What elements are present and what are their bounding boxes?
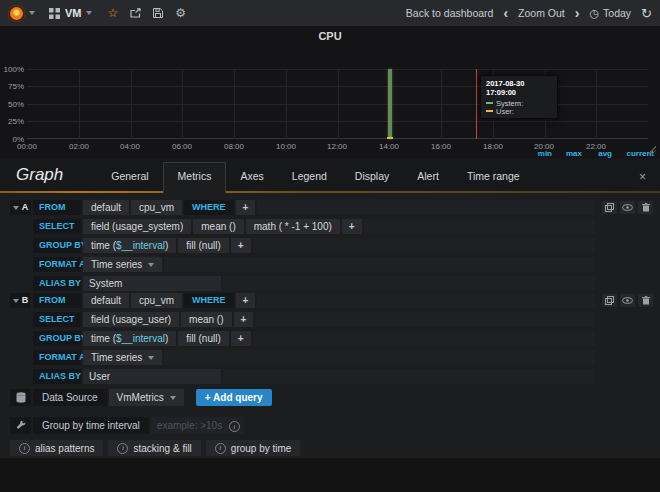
duplicate-query-icon[interactable] xyxy=(602,294,617,307)
select-label: SELECT xyxy=(33,312,81,327)
series-color-dash xyxy=(486,102,493,104)
select-field-part[interactable]: field (usage_system) xyxy=(83,219,191,234)
help-buttons-row: i alias patterns i stacking & fill i gro… xyxy=(10,440,300,456)
zoom-out-button[interactable]: Zoom Out xyxy=(518,7,565,19)
groupby-interval-field: i xyxy=(151,417,243,434)
select-mean-part[interactable]: mean () xyxy=(193,219,243,234)
query-b-collapse[interactable]: B xyxy=(10,293,31,308)
chevron-down-icon[interactable] xyxy=(86,11,92,15)
select-math-part[interactable]: math ( * -1 + 100) xyxy=(246,219,340,234)
time-shift-left-button[interactable]: ‹ xyxy=(503,8,508,18)
eye-icon[interactable] xyxy=(620,201,635,214)
row-filler xyxy=(223,369,595,384)
chevron-down-icon xyxy=(13,206,19,210)
query-a-collapse[interactable]: A xyxy=(10,200,31,215)
tab-legend[interactable]: Legend xyxy=(278,170,341,191)
tab-display[interactable]: Display xyxy=(341,170,403,191)
groupby-fill-part[interactable]: fill (null) xyxy=(178,238,228,253)
from-measurement-part[interactable]: cpu_vm xyxy=(131,293,182,308)
add-select-button[interactable]: + xyxy=(342,219,362,234)
star-icon[interactable]: ☆ xyxy=(108,6,119,20)
groupby-label: GROUP BY xyxy=(33,238,81,253)
eye-icon[interactable] xyxy=(620,294,635,307)
legend-col-max[interactable]: max xyxy=(552,149,582,158)
format-as-select[interactable]: Time series xyxy=(83,350,162,365)
add-where-button[interactable]: + xyxy=(236,293,256,308)
formatas-label: FORMAT AS xyxy=(33,350,81,365)
alias-by-input[interactable] xyxy=(83,369,221,384)
gutter-spacer xyxy=(10,257,31,272)
info-icon[interactable]: i xyxy=(229,421,240,432)
tab-general[interactable]: General xyxy=(97,170,162,191)
chevron-down-icon xyxy=(148,263,154,267)
add-select-button[interactable]: + xyxy=(234,312,254,327)
chevron-down-icon[interactable] xyxy=(29,11,35,15)
legend-col-min[interactable]: min xyxy=(506,149,552,158)
query-b: B FROM default cpu_vm WHERE + SELECT fie… xyxy=(10,293,595,384)
where-label: WHERE xyxy=(184,293,234,308)
gridline xyxy=(286,69,287,139)
time-picker-button[interactable]: ◷ Today xyxy=(589,7,631,20)
gear-icon[interactable]: ⚙ xyxy=(175,6,186,20)
trash-icon[interactable] xyxy=(638,201,653,214)
gridline xyxy=(182,69,183,139)
legend-col-avg[interactable]: avg xyxy=(582,149,612,158)
from-label: FROM xyxy=(33,200,81,215)
groupby-label: GROUP BY xyxy=(33,331,81,346)
from-db-part[interactable]: default xyxy=(83,293,129,308)
trash-icon[interactable] xyxy=(638,294,653,307)
gutter-spacer xyxy=(10,276,31,291)
time-shift-right-button[interactable]: › xyxy=(575,8,580,18)
apps-grid-icon[interactable] xyxy=(49,8,60,19)
groupby-fill-part[interactable]: fill (null) xyxy=(178,331,228,346)
back-to-dashboard-button[interactable]: Back to dashboard xyxy=(406,7,494,19)
save-icon[interactable] xyxy=(153,8,163,18)
aliasby-label: ALIAS BY xyxy=(33,276,81,291)
groupby-time-part[interactable]: time ($__interval) xyxy=(83,238,176,253)
add-groupby-button[interactable]: + xyxy=(231,238,251,253)
format-as-select[interactable]: Time series xyxy=(83,257,162,272)
panel-resize-handle[interactable] xyxy=(648,146,656,154)
close-icon[interactable]: × xyxy=(639,170,646,184)
interval-variable: $__interval xyxy=(116,333,165,344)
query-letter: A xyxy=(22,200,29,215)
alias-by-input[interactable] xyxy=(83,276,221,291)
tab-axes[interactable]: Axes xyxy=(226,170,277,191)
gutter-spacer xyxy=(10,219,31,234)
alias-patterns-help-button[interactable]: i alias patterns xyxy=(10,440,103,456)
from-measurement-part[interactable]: cpu_vm xyxy=(131,200,182,215)
datasource-select[interactable]: VmMetrics xyxy=(109,389,184,406)
dashboard-title[interactable]: VM xyxy=(65,7,82,19)
query-a-groupby-row: GROUP BY time ($__interval) fill (null) … xyxy=(10,238,595,253)
select-field-part[interactable]: field (usage_user) xyxy=(83,312,179,327)
row-filler xyxy=(223,276,595,291)
tab-metrics[interactable]: Metrics xyxy=(163,162,227,193)
format-as-value: Time series xyxy=(91,257,142,272)
group-by-time-help-button[interactable]: i group by time xyxy=(206,440,301,456)
add-groupby-button[interactable]: + xyxy=(231,331,251,346)
add-query-button[interactable]: + Add query xyxy=(196,389,272,406)
chevron-down-icon xyxy=(13,299,19,303)
groupby-time-part[interactable]: time ($__interval) xyxy=(83,331,176,346)
gridline xyxy=(234,69,235,139)
tab-time-range[interactable]: Time range xyxy=(453,170,534,191)
tab-alert[interactable]: Alert xyxy=(403,170,453,191)
from-db-part[interactable]: default xyxy=(83,200,129,215)
y-axis-tick: 25% xyxy=(2,117,24,126)
graph-tooltip: 2017-08-30 17:09:00 System: User: xyxy=(480,75,558,119)
panel-title[interactable]: CPU xyxy=(0,30,660,42)
share-icon[interactable] xyxy=(130,8,141,18)
gridline xyxy=(596,69,597,139)
panel-editor-header: Graph General Metrics Axes Legend Displa… xyxy=(0,158,660,191)
grafana-logo[interactable] xyxy=(8,5,25,22)
refresh-icon[interactable]: ↻ xyxy=(641,6,652,21)
time-suffix: ) xyxy=(165,240,168,251)
series-color-dash xyxy=(486,110,493,112)
duplicate-query-icon[interactable] xyxy=(602,201,617,214)
top-navbar: VM ☆ ⚙ Back to dashboard ‹ Zoom Out › ◷ … xyxy=(0,0,660,26)
gutter-spacer xyxy=(10,369,31,384)
stacking-fill-help-button[interactable]: i stacking & fill xyxy=(108,440,200,456)
select-mean-part[interactable]: mean () xyxy=(181,312,231,327)
row-filler xyxy=(253,238,595,253)
add-where-button[interactable]: + xyxy=(236,200,256,215)
